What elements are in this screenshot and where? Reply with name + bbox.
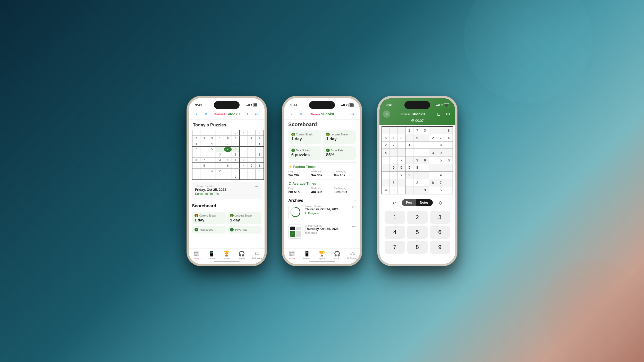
gc-r5c4[interactable] bbox=[405, 157, 413, 164]
gc-r1c2[interactable] bbox=[390, 127, 397, 134]
gc-r1c6[interactable]: 3 bbox=[421, 127, 429, 134]
gc-r8c3[interactable] bbox=[398, 179, 405, 186]
tab-today-1[interactable]: 📰 Today bbox=[189, 251, 204, 260]
gc-r7c2[interactable] bbox=[390, 171, 397, 179]
archive-item-1[interactable]:  News+ Sudoku Thursday, Oct 24, 2024 In… bbox=[288, 205, 356, 222]
gc-r4c7[interactable]: 3 bbox=[429, 149, 437, 157]
gc-r6c5[interactable]: 8 bbox=[413, 164, 421, 171]
gc-r6c4[interactable]: 5 bbox=[405, 164, 413, 171]
numpad-8[interactable]: 8 bbox=[407, 241, 427, 254]
share-button-3[interactable]: ⊡ bbox=[435, 110, 442, 118]
gc-r6c2[interactable]: 9 bbox=[390, 164, 397, 171]
erase-button-3[interactable]: ◇ bbox=[436, 198, 445, 207]
gc-r8c8[interactable]: 7 bbox=[437, 179, 445, 186]
gc-r7c7[interactable] bbox=[429, 171, 437, 179]
tab-sports-2[interactable]: 🏆 Sports bbox=[315, 251, 330, 260]
gc-r9c2[interactable]: 8 bbox=[390, 186, 397, 194]
gc-r4c3[interactable] bbox=[398, 149, 405, 157]
numpad-9[interactable]: 9 bbox=[430, 241, 450, 254]
gc-r8c6[interactable] bbox=[421, 179, 429, 186]
gc-r8c7[interactable]: 8 bbox=[429, 179, 437, 186]
undo-button-3[interactable]: ↩ bbox=[389, 198, 399, 207]
gc-r3c3[interactable] bbox=[398, 142, 405, 149]
gc-r1c3[interactable] bbox=[398, 127, 405, 134]
back-button-1[interactable]: ‹ bbox=[193, 110, 200, 118]
gc-r5c2[interactable] bbox=[390, 157, 397, 164]
gc-r9c4[interactable] bbox=[405, 186, 413, 194]
more-button-2[interactable]: ••• bbox=[349, 110, 356, 118]
gc-r2c7[interactable]: 2 bbox=[429, 134, 437, 142]
numpad-1[interactable]: 1 bbox=[385, 211, 405, 224]
gc-r6c7[interactable] bbox=[429, 164, 437, 171]
gc-r2c5[interactable]: 9 bbox=[413, 134, 421, 142]
tab-newsplus-2[interactable]: 📱 News+ bbox=[299, 251, 315, 260]
gc-r3c1[interactable]: 2 bbox=[382, 142, 390, 149]
gc-r9c3[interactable] bbox=[398, 186, 405, 194]
puzzle-more-1[interactable]: ••• bbox=[255, 185, 258, 189]
gc-r7c9[interactable] bbox=[445, 171, 453, 179]
gc-r4c9[interactable] bbox=[445, 149, 453, 157]
gc-r9c1[interactable]: 9 bbox=[382, 186, 390, 194]
gc-r7c8[interactable]: 9 bbox=[437, 171, 445, 179]
gc-r7c3[interactable]: 2 bbox=[398, 171, 405, 179]
gc-r1c9[interactable]: 8 bbox=[445, 127, 453, 134]
gc-r2c4[interactable] bbox=[405, 134, 413, 142]
gc-r6c1[interactable] bbox=[382, 164, 390, 171]
gc-r1c7[interactable] bbox=[429, 127, 437, 134]
gc-r8c9[interactable] bbox=[445, 179, 453, 186]
numpad-6[interactable]: 6 bbox=[430, 226, 450, 239]
gc-r3c9[interactable] bbox=[445, 142, 453, 149]
add-button-1[interactable]: + bbox=[244, 110, 251, 118]
bookmark-button-1[interactable]: ⊕ bbox=[202, 110, 209, 118]
gc-r6c6[interactable] bbox=[421, 164, 429, 171]
tab-audio-1[interactable]: 🎧 Audio bbox=[234, 251, 249, 260]
gc-r3c2[interactable]: 7 bbox=[390, 142, 397, 149]
bookmark-button-2[interactable]: ⊕ bbox=[298, 110, 305, 118]
tab-today-2[interactable]: 📰 Today bbox=[284, 251, 299, 260]
more-button-1[interactable]: ••• bbox=[253, 110, 260, 118]
archive-chevron-2[interactable]: › bbox=[354, 199, 356, 203]
gc-r1c8[interactable] bbox=[437, 127, 445, 134]
gc-r4c6[interactable] bbox=[421, 149, 429, 157]
gc-r9c8[interactable]: 5 bbox=[437, 186, 445, 194]
tab-following-1[interactable]: 🗂 Following bbox=[249, 251, 265, 260]
gc-r5c8[interactable]: 5 bbox=[437, 157, 445, 164]
gc-r1c5[interactable]: 7 bbox=[413, 127, 421, 134]
numpad-7[interactable]: 7 bbox=[385, 241, 405, 254]
numpad-3[interactable]: 3 bbox=[430, 211, 450, 224]
archive-more-1[interactable]: ••• bbox=[352, 205, 356, 209]
gc-r2c3[interactable]: 3 bbox=[398, 134, 405, 142]
gc-r2c1[interactable]: 5 bbox=[382, 134, 390, 142]
gc-r6c9[interactable] bbox=[445, 164, 453, 171]
gc-r2c2[interactable]: 1 bbox=[390, 134, 397, 142]
gc-r4c4[interactable] bbox=[405, 149, 413, 157]
gc-r7c1[interactable] bbox=[382, 171, 390, 179]
close-button-3[interactable]: ✕ bbox=[383, 110, 390, 118]
gc-r3c7[interactable] bbox=[429, 142, 437, 149]
numpad-2[interactable]: 2 bbox=[407, 211, 427, 224]
more-button-3[interactable]: ••• bbox=[444, 110, 452, 118]
back-button-2[interactable]: ‹ bbox=[288, 110, 295, 118]
tab-newsplus-1[interactable]: 📱 News+ bbox=[204, 251, 219, 260]
gc-r5c3[interactable]: 7 bbox=[398, 157, 405, 164]
gc-r5c6[interactable]: 9 bbox=[421, 157, 429, 164]
gc-r2c8[interactable]: 7 bbox=[437, 134, 445, 142]
gc-r9c7[interactable] bbox=[429, 186, 437, 194]
archive-item-2[interactable]: 2  News+ Sudoku Thursday, Oct 24, 2024 … bbox=[288, 225, 356, 241]
gc-r4c2[interactable] bbox=[390, 149, 397, 157]
gc-r2c6[interactable] bbox=[421, 134, 429, 142]
gc-r3c5[interactable] bbox=[413, 142, 421, 149]
gc-r9c5[interactable] bbox=[413, 186, 421, 194]
gc-r7c4[interactable]: 3 bbox=[405, 171, 413, 179]
numpad-5[interactable]: 5 bbox=[407, 226, 427, 239]
archive-more-2[interactable]: ••• bbox=[352, 225, 356, 229]
gc-r5c7[interactable] bbox=[429, 157, 437, 164]
gc-r2c9[interactable]: 4 bbox=[445, 134, 453, 142]
tab-following-2[interactable]: 🗂 Following bbox=[345, 251, 360, 260]
gc-r5c1[interactable] bbox=[382, 157, 390, 164]
gc-r8c2[interactable]: 5 bbox=[390, 179, 397, 186]
tab-sports-1[interactable]: 🏆 Sports bbox=[219, 251, 234, 260]
notes-button-3[interactable]: Notes bbox=[416, 199, 433, 206]
tab-audio-2[interactable]: 🎧 Audio bbox=[329, 251, 345, 260]
gc-r4c1[interactable]: 4 bbox=[382, 149, 390, 157]
